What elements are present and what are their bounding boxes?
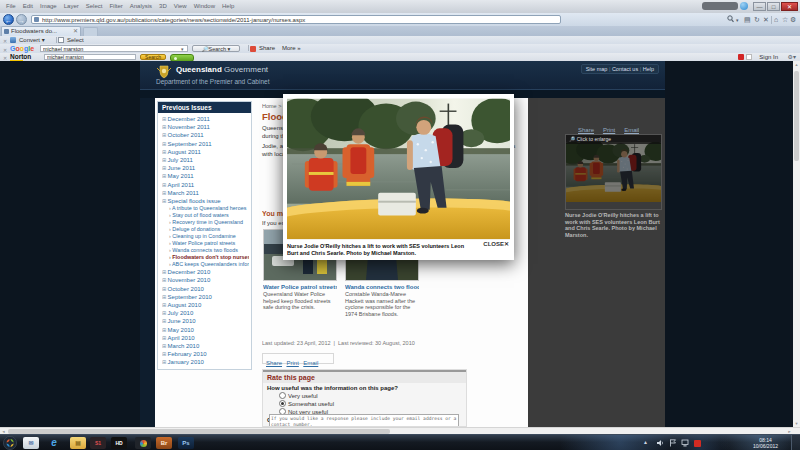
- sidebar-month-link[interactable]: April 2010: [162, 334, 249, 342]
- search-dropdown-icon[interactable]: ▾: [736, 15, 739, 25]
- compatibility-icon[interactable]: ▤: [744, 15, 751, 25]
- rate-option[interactable]: Very useful: [271, 392, 466, 400]
- back-button[interactable]: ←: [3, 14, 14, 25]
- sidebar-article-link[interactable]: Water Police patrol streets: [162, 240, 249, 247]
- action-center-flag-icon[interactable]: [669, 439, 677, 447]
- network-icon[interactable]: [681, 439, 690, 447]
- sidebar-month-link[interactable]: July 2011: [162, 156, 249, 164]
- related-link[interactable]: Water Police patrol streets: [263, 284, 337, 290]
- photoshop-icon[interactable]: Ps: [178, 437, 194, 449]
- sidebar-month-link[interactable]: August 2011: [162, 148, 249, 156]
- vertical-scroll-thumb[interactable]: [794, 71, 799, 161]
- internet-explorer-icon[interactable]: e: [46, 437, 62, 449]
- norton-search-input[interactable]: [44, 54, 136, 60]
- forward-button[interactable]: →: [16, 14, 27, 25]
- tab-close-icon[interactable]: ✕: [73, 27, 78, 36]
- lightbox-close-button[interactable]: CLOSE✕: [483, 240, 509, 247]
- horizontal-scrollbar[interactable]: ◄ ►: [0, 427, 800, 434]
- sidebar-month-link[interactable]: September 2010: [162, 293, 249, 301]
- site-brand[interactable]: Queensland Government: [176, 65, 268, 74]
- share-link[interactable]: Share: [266, 360, 282, 366]
- menu-item[interactable]: View: [174, 3, 187, 9]
- click-to-enlarge-bar[interactable]: 🔎 Click to enlarge: [566, 135, 661, 144]
- email-link[interactable]: Email: [624, 127, 639, 133]
- volume-icon[interactable]: [656, 439, 664, 447]
- hd-app-icon[interactable]: HD: [111, 437, 127, 449]
- mail-app-icon[interactable]: ✉: [23, 437, 39, 449]
- sidebar-month-link[interactable]: January 2010: [162, 358, 249, 366]
- folder-icon[interactable]: ▤: [70, 437, 86, 449]
- google-search-button[interactable]: 🔎Search ▾: [192, 45, 240, 52]
- share-link[interactable]: Share: [578, 127, 594, 133]
- sidebar-month-link[interactable]: May 2011: [162, 172, 249, 180]
- start-button[interactable]: [3, 436, 17, 450]
- google-search-input[interactable]: [40, 45, 188, 52]
- scroll-up-icon[interactable]: ▲: [793, 61, 800, 68]
- tab-floodwaters[interactable]: Floodwaters do... ✕: [1, 26, 81, 36]
- sidebar-month-link[interactable]: December 2011: [162, 115, 249, 123]
- stop-icon[interactable]: ✕: [763, 15, 769, 25]
- sidebar-month-link[interactable]: November 2011: [162, 123, 249, 131]
- maximize-button[interactable]: □: [767, 2, 780, 11]
- workspace-button[interactable]: [702, 2, 738, 10]
- search-icon[interactable]: [727, 15, 734, 26]
- email-link[interactable]: Email: [303, 360, 318, 366]
- google-more-button[interactable]: More »: [282, 44, 301, 53]
- sidebar-article-link[interactable]: Wanda connects two floods: [162, 247, 249, 254]
- menu-item[interactable]: 3D: [159, 3, 167, 9]
- print-link[interactable]: Print: [286, 360, 298, 366]
- print-link[interactable]: Print: [603, 127, 615, 133]
- convert-button[interactable]: Convert ▾: [19, 36, 45, 44]
- sidebar-month-link[interactable]: October 2011: [162, 131, 249, 139]
- sidebar-current-article[interactable]: Floodwaters don't stop nurses: [162, 254, 249, 261]
- sidebar-article-link[interactable]: A tribute to Queensland heroes: [162, 205, 249, 212]
- sidebar-month-link[interactable]: December 2010: [162, 268, 249, 276]
- related-link[interactable]: Wanda connects two floods: [345, 284, 419, 290]
- sidebar-month-link[interactable]: April 2011: [162, 181, 249, 189]
- menu-item[interactable]: Analysis: [130, 3, 152, 9]
- sidebar-month-link[interactable]: February 2010: [162, 350, 249, 358]
- article-image-thumbnail[interactable]: 🔎 Click to enlarge: [565, 134, 662, 210]
- swirl-app-icon[interactable]: [135, 437, 151, 449]
- sidebar-article-link[interactable]: Stay out of flood waters: [162, 212, 249, 219]
- radio-button[interactable]: [279, 392, 286, 399]
- refresh-icon[interactable]: ↻: [754, 15, 760, 25]
- tools-gear-icon[interactable]: ⚙: [790, 15, 796, 25]
- norton-search-button[interactable]: Search: [140, 54, 166, 60]
- url-input[interactable]: [31, 15, 561, 24]
- select-button[interactable]: Select: [67, 36, 84, 44]
- close-button[interactable]: ✕: [781, 2, 798, 11]
- sidebar-month-link[interactable]: October 2010: [162, 285, 249, 293]
- sidebar-month-link[interactable]: March 2010: [162, 342, 249, 350]
- sidebar-article-link[interactable]: ABC keeps Queenslanders informed: [162, 261, 249, 268]
- adobe-bridge-icon[interactable]: Br: [156, 437, 172, 449]
- vertical-scrollbar[interactable]: ▲ ▼: [793, 61, 800, 427]
- favorites-star-icon[interactable]: ☆: [782, 15, 788, 25]
- sidebar-special-issue-link[interactable]: Special floods issue: [162, 197, 249, 205]
- settings-gear-icon[interactable]: ⚙▾: [788, 53, 796, 61]
- feedback-textarea[interactable]: If you would like a response please incl…: [269, 414, 459, 427]
- s1-app-icon[interactable]: S1: [90, 437, 106, 449]
- radio-button[interactable]: [279, 400, 286, 407]
- sidebar-article-link[interactable]: Cleaning up in Condamine: [162, 233, 249, 240]
- menu-item[interactable]: File: [6, 3, 16, 9]
- menu-item[interactable]: Window: [194, 3, 215, 9]
- rate-option[interactable]: Somewhat useful: [271, 400, 466, 408]
- menu-item[interactable]: Filter: [109, 3, 122, 9]
- minimize-button[interactable]: —: [753, 2, 766, 11]
- menu-item[interactable]: Select: [86, 3, 103, 9]
- utility-link[interactable]: Help: [643, 66, 654, 72]
- utility-link[interactable]: Site map: [586, 66, 612, 72]
- norton-tray-icon[interactable]: [694, 440, 701, 447]
- google-share-button[interactable]: Share: [259, 44, 275, 53]
- sign-in-link[interactable]: Sign In: [759, 53, 778, 61]
- sidebar-month-link[interactable]: July 2010: [162, 309, 249, 317]
- sidebar-article-link[interactable]: Deluge of donations: [162, 226, 249, 233]
- menu-item[interactable]: Help: [222, 3, 234, 9]
- sidebar-month-link[interactable]: June 2011: [162, 164, 249, 172]
- sidebar-month-link[interactable]: November 2010: [162, 276, 249, 284]
- menu-item[interactable]: Edit: [23, 3, 33, 9]
- sidebar-article-link[interactable]: Recovery time in Queensland: [162, 219, 249, 226]
- utility-link[interactable]: Contact us: [612, 66, 643, 72]
- site-department[interactable]: Department of the Premier and Cabinet: [156, 78, 269, 85]
